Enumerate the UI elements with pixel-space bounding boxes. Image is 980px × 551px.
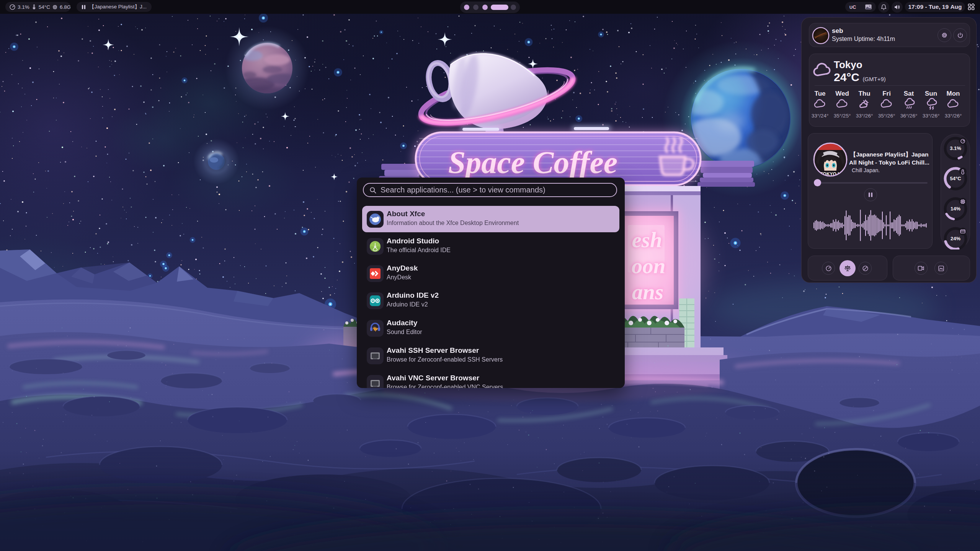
svg-text:33°/26°: 33°/26° [923, 113, 940, 119]
svg-text:Thu: Thu [858, 90, 870, 97]
svg-text:Space Coffee: Space Coffee [448, 145, 618, 180]
svg-text:33°/24°: 33°/24° [812, 113, 829, 119]
svg-text:Sun: Sun [925, 90, 937, 97]
svg-text:14%: 14% [951, 206, 960, 212]
svg-text:33°/26°: 33°/26° [945, 113, 962, 119]
svg-text:33°/26°: 33°/26° [856, 113, 873, 119]
svg-text:Mon: Mon [947, 90, 960, 97]
svg-text:24%: 24% [951, 236, 960, 241]
svg-text:Sat: Sat [904, 90, 914, 97]
svg-text:3.1%: 3.1% [950, 145, 961, 151]
svg-text:35°/25°: 35°/25° [834, 113, 851, 119]
svg-text:Tue: Tue [815, 90, 826, 97]
svg-text:54°C: 54°C [950, 176, 961, 181]
svg-text:36°/26°: 36°/26° [900, 113, 918, 119]
svg-text:Fri: Fri [882, 90, 891, 97]
svg-text:Wed: Wed [835, 90, 849, 97]
svg-text:35°/26°: 35°/26° [878, 113, 895, 119]
